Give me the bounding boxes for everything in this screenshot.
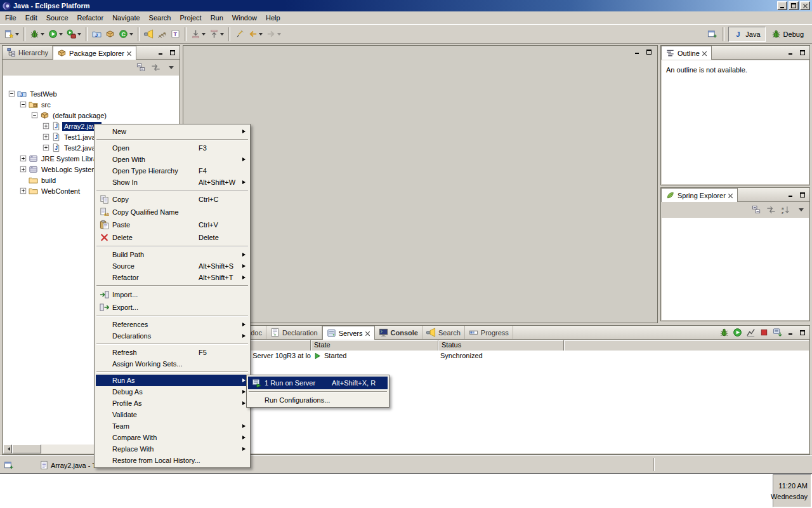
dropdown-arrow-icon[interactable] — [41, 33, 44, 36]
tab-hierarchy[interactable]: Hierarchy — [3, 46, 53, 59]
publish-button[interactable] — [772, 327, 783, 338]
menuitem-delete[interactable]: DeleteDelete — [96, 231, 249, 244]
menuitem-run-configurations[interactable]: Run Configurations... — [248, 394, 388, 406]
menubar-search[interactable]: Search — [145, 12, 176, 23]
menuitem-assign-working-sets[interactable]: Assign Working Sets... — [96, 358, 249, 370]
minimize-view-button[interactable] — [785, 328, 795, 337]
last-edit-location-button[interactable] — [233, 27, 246, 42]
tree-item-testweb[interactable]: JTestWeb — [3, 88, 179, 99]
collapse-all-button[interactable] — [751, 204, 762, 215]
dropdown-arrow-icon[interactable] — [77, 33, 81, 36]
minimize-view-button[interactable] — [785, 48, 795, 57]
tab-progress[interactable]: Progress — [465, 326, 513, 339]
debug-server-button[interactable] — [719, 327, 730, 338]
menuitem-import[interactable]: Import... — [96, 288, 249, 301]
close-icon[interactable] — [702, 51, 707, 56]
menuitem-team[interactable]: Team — [96, 420, 249, 432]
menuitem-paste[interactable]: PasteCtrl+V — [96, 218, 249, 231]
external-tools-button[interactable] — [65, 27, 83, 42]
server-row[interactable]: Oracle WebLogic Server 10gR3 at localhos… — [184, 351, 809, 361]
tree-item-default-package[interactable]: (default package) — [3, 110, 179, 121]
sort-button[interactable]: az — [780, 204, 791, 215]
close-button[interactable] — [800, 1, 810, 10]
dropdown-arrow-icon[interactable] — [259, 33, 263, 36]
minimize-editor-button[interactable] — [632, 48, 641, 56]
menubar-navigate[interactable]: Navigate — [108, 12, 144, 23]
maximize-editor-button[interactable] — [644, 48, 653, 56]
profile-button[interactable] — [745, 327, 756, 338]
collapse-all-button[interactable] — [136, 62, 147, 73]
debug-button[interactable] — [28, 27, 46, 42]
menubar-window[interactable]: Window — [228, 12, 261, 23]
menuitem-export[interactable]: Export... — [96, 301, 249, 314]
expander-plus-icon[interactable] — [41, 143, 51, 152]
search-button[interactable] — [142, 27, 155, 42]
prev-annotation-button[interactable] — [207, 27, 226, 42]
menuitem-restore-from-local-history[interactable]: Restore from Local History... — [96, 455, 249, 466]
tab-declaration[interactable]: Declaration — [266, 326, 322, 339]
menubar-file[interactable]: File — [1, 12, 21, 23]
run-ant-button[interactable] — [155, 27, 169, 42]
menuitem-1-run-on-server[interactable]: 1 Run on ServerAlt+Shift+X, R — [248, 377, 388, 389]
menuitem-compare-with[interactable]: Compare With — [96, 432, 249, 443]
expander-plus-icon[interactable] — [41, 132, 51, 142]
menubar-refactor[interactable]: Refactor — [73, 12, 108, 23]
dropdown-arrow-icon[interactable] — [220, 33, 224, 36]
menuitem-show-in[interactable]: Show InAlt+Shift+W — [96, 177, 249, 188]
fast-view-icon[interactable] — [4, 460, 13, 470]
minimize-view-button[interactable] — [785, 190, 795, 199]
link-editor-button[interactable] — [766, 204, 776, 215]
menuitem-refresh[interactable]: RefreshF5 — [96, 347, 249, 358]
menubar-run[interactable]: Run — [206, 12, 228, 23]
column-header-state[interactable]: State — [311, 340, 438, 351]
expander-minus-icon[interactable] — [30, 110, 39, 120]
new-java-project-button[interactable]: J — [90, 27, 103, 42]
column-header-status[interactable]: Status — [438, 340, 564, 351]
menubar-source[interactable]: Source — [42, 12, 73, 23]
menuitem-refactor[interactable]: RefactorAlt+Shift+T — [96, 272, 249, 283]
dropdown-arrow-icon[interactable] — [129, 33, 133, 36]
menuitem-validate[interactable]: Validate — [96, 409, 249, 420]
perspective-java[interactable]: JJava — [728, 27, 765, 42]
close-icon[interactable] — [127, 51, 132, 56]
open-type-button[interactable]: T — [169, 27, 182, 42]
menuitem-new[interactable]: New — [96, 126, 249, 137]
back-button[interactable] — [246, 27, 265, 42]
run-button[interactable] — [46, 27, 65, 42]
menuitem-declarations[interactable]: Declarations — [96, 330, 249, 342]
titlebar[interactable]: Java - Eclipse Platform — [0, 0, 812, 11]
dropdown-arrow-icon[interactable] — [277, 33, 281, 36]
tab-outline[interactable]: Outline — [661, 46, 712, 60]
new-class-button[interactable]: C — [117, 27, 135, 42]
link-editor-button[interactable] — [150, 62, 161, 73]
menubar-project[interactable]: Project — [175, 12, 206, 23]
close-icon[interactable] — [728, 193, 733, 198]
expander-minus-icon[interactable] — [18, 100, 28, 109]
menuitem-copy[interactable]: CopyCtrl+C — [96, 193, 249, 206]
menuitem-debug-as[interactable]: Debug As — [96, 386, 249, 398]
menuitem-references[interactable]: References — [96, 319, 249, 330]
maximize-view-button[interactable] — [797, 328, 807, 337]
tree-item-src[interactable]: src — [3, 99, 179, 110]
menuitem-open-with[interactable]: Open With — [96, 154, 249, 165]
stop-button[interactable] — [759, 327, 769, 338]
menuitem-copy-qualified-name[interactable]: abCopy Qualified Name — [96, 206, 249, 218]
expander-minus-icon[interactable] — [7, 89, 16, 98]
menuitem-profile-as[interactable]: Profile As — [96, 398, 249, 409]
expander-plus-icon[interactable] — [41, 121, 51, 131]
dropdown-arrow-icon[interactable] — [15, 33, 19, 36]
maximize-view-button[interactable] — [797, 48, 807, 57]
tab-package-explorer[interactable]: Package Explorer — [53, 46, 136, 60]
restore-button[interactable] — [789, 1, 799, 10]
open-perspective-button[interactable] — [705, 27, 719, 42]
new-wizard-button[interactable] — [3, 27, 21, 42]
expander-plus-icon[interactable] — [18, 186, 28, 196]
menuitem-source[interactable]: SourceAlt+Shift+S — [96, 260, 249, 272]
menuitem-open-type-hierarchy[interactable]: Open Type HierarchyF4 — [96, 165, 249, 177]
minimize-button[interactable] — [777, 1, 787, 10]
new-package-button[interactable] — [103, 27, 117, 42]
menuitem-build-path[interactable]: Build Path — [96, 249, 249, 260]
scroll-thumb[interactable] — [12, 444, 41, 453]
maximize-view-button[interactable] — [167, 48, 177, 57]
perspective-debug[interactable]: Debug — [767, 27, 808, 42]
